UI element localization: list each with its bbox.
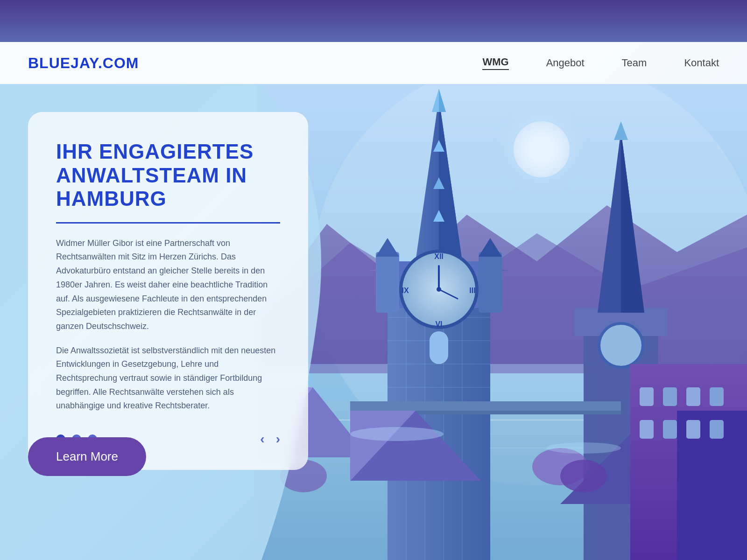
nav-team[interactable]: Team xyxy=(622,57,647,69)
svg-point-42 xyxy=(437,287,441,292)
navbar: BLUEJAY.COM WMG Angebot Team Kontakt xyxy=(0,42,747,84)
svg-rect-66 xyxy=(640,420,654,439)
svg-point-73 xyxy=(350,427,444,441)
svg-point-51 xyxy=(600,325,641,366)
top-bar xyxy=(0,0,747,42)
city-illustration: XII III VI IX xyxy=(257,84,747,560)
svg-point-71 xyxy=(560,460,607,492)
nav-wmg[interactable]: WMG xyxy=(482,56,508,70)
card-paragraph-2: Die Anwaltssozietät ist selbstverständli… xyxy=(56,344,280,413)
svg-rect-44 xyxy=(430,331,448,364)
nav-kontakt[interactable]: Kontakt xyxy=(684,57,719,69)
svg-rect-52 xyxy=(350,401,621,411)
svg-rect-32 xyxy=(479,252,502,313)
card-title: IHR ENGAGIERTES ANWALTSTEAM IN HAMBURG xyxy=(56,140,280,211)
hero: XII III VI IX xyxy=(0,84,747,560)
svg-rect-68 xyxy=(686,420,700,439)
nav-angebot[interactable]: Angebot xyxy=(546,57,585,69)
card-paragraph-1: Widmer Müller Gibor ist eine Partnerscha… xyxy=(56,237,280,334)
svg-rect-62 xyxy=(640,387,654,406)
svg-rect-63 xyxy=(663,387,677,406)
svg-point-74 xyxy=(546,442,621,454)
svg-rect-69 xyxy=(710,420,724,439)
logo: BLUEJAY.COM xyxy=(28,55,139,72)
card-divider xyxy=(56,222,280,224)
svg-rect-65 xyxy=(710,387,724,406)
main-area: BLUEJAY.COM WMG Angebot Team Kontakt xyxy=(0,42,747,560)
next-slide-button[interactable]: › xyxy=(276,432,280,447)
svg-text:III: III xyxy=(469,287,475,294)
moon xyxy=(514,121,570,177)
svg-text:IX: IX xyxy=(402,287,409,294)
svg-text:XII: XII xyxy=(434,252,444,260)
nav-links: WMG Angebot Team Kontakt xyxy=(482,56,719,70)
learn-more-button[interactable]: Learn More xyxy=(28,437,146,476)
card-nav-buttons: ‹ › xyxy=(260,432,280,447)
content-card: IHR ENGAGIERTES ANWALTSTEAM IN HAMBURG W… xyxy=(28,112,308,470)
svg-rect-64 xyxy=(686,387,700,406)
svg-rect-30 xyxy=(376,252,399,313)
prev-slide-button[interactable]: ‹ xyxy=(260,432,264,447)
city-svg: XII III VI IX xyxy=(257,84,747,560)
svg-text:VI: VI xyxy=(435,320,442,328)
svg-rect-67 xyxy=(663,420,677,439)
